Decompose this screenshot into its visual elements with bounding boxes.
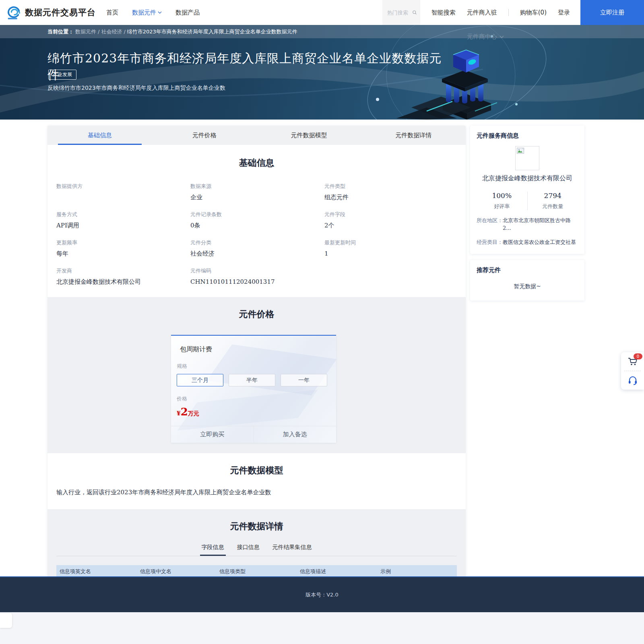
basic-info-heading: 基础信息 (47, 157, 466, 169)
category-tag: 产业发展 (48, 70, 76, 80)
nav-data-products[interactable]: 数据产品 (175, 9, 200, 17)
version-text: 版本号：V2.0 (305, 591, 339, 599)
price-value: ¥2万元 (177, 406, 330, 418)
main-content-card: 基础信息 元件价格 元件数据模型 元件数据详情 基础信息 数据提供方 数据来源 … (47, 126, 466, 620)
page: 数据元件交易平台 首页 数据元件 数据产品 智能搜索 元件商入驻 购物车(0) … (0, 0, 644, 644)
field-data-source: 数据来源 企业 (190, 183, 324, 201)
provider-heading: 元件服务商信息 (477, 132, 578, 140)
recommend-empty-text: 暂无数据~ (477, 283, 578, 290)
buy-now-button[interactable]: 立即购买 (171, 426, 254, 443)
basic-info-section: 基础信息 数据提供方 数据来源 企业 元件类型 组态元件 服务方式 API调用 (47, 145, 466, 297)
field-update-frequency: 更新频率 每年 (56, 239, 190, 258)
price-unit: 万元 (188, 410, 199, 417)
cart-count-badge: 0 (634, 353, 642, 359)
tab-data-detail[interactable]: 元件数据详情 (361, 126, 466, 145)
subtab-resultset-info[interactable]: 元件结果集信息 (272, 544, 312, 556)
price-section: 元件价格 包周期计费 规格 三个月 半年 一年 价格 ¥2万元 (47, 297, 466, 453)
search-box[interactable] (382, 0, 420, 25)
spec-option-halfyear[interactable]: 半年 (229, 374, 275, 386)
nav-data-elements[interactable]: 数据元件 (132, 9, 162, 17)
breadcrumb-link-category[interactable]: 社会经济 (101, 28, 122, 35)
tab-data-model[interactable]: 元件数据模型 (257, 126, 361, 145)
data-detail-heading: 元件数据详情 (47, 520, 466, 533)
data-model-section: 元件数据模型 输入行业，返回该行业2023年市商务和经济局年度入库限上商贸企业名… (47, 453, 466, 509)
spec-label: 规格 (177, 363, 330, 370)
floating-cart-button[interactable]: 0 (621, 352, 644, 371)
price-heading: 元件价格 (47, 308, 466, 320)
stat-element-count: 2794 元件数量 (527, 192, 578, 210)
right-sidebar: 元件服务商信息 北京捷报金峰数据技术有限公司 100% 好评率 2794 元件数… (470, 126, 584, 307)
price-label: 价格 (177, 395, 330, 402)
field-field-count: 元件字段 2个 (324, 211, 458, 229)
recommend-heading: 推荐元件 (477, 266, 578, 274)
chevron-down-icon (500, 35, 504, 38)
breadcrumb-link-elements[interactable]: 数据元件 (75, 28, 96, 35)
floating-toolbar: 0 (621, 352, 644, 390)
provider-logo-placeholder (515, 146, 539, 170)
chevron-down-icon (158, 11, 162, 14)
field-data-provider: 数据提供方 (56, 183, 190, 201)
subtab-api-info[interactable]: 接口信息 (237, 544, 260, 556)
tab-price[interactable]: 元件价格 (152, 126, 257, 145)
tab-basic-info[interactable]: 基础信息 (47, 126, 152, 145)
detail-tabbar: 基础信息 元件价格 元件数据模型 元件数据详情 (47, 126, 466, 145)
currency-symbol: ¥ (177, 410, 181, 417)
top-navbar: 数据元件交易平台 首页 数据元件 数据产品 智能搜索 元件商入驻 购物车(0) … (0, 0, 644, 25)
page-edge-widget (0, 613, 12, 628)
billing-title: 包周期计费 (180, 345, 330, 354)
hero-banner: 当前位置： 数据元件 / 社会经济 / 绵竹市2023年市商务和经济局年度入库限… (0, 25, 644, 120)
recommend-card: 推荐元件 暂无数据~ (470, 260, 584, 301)
search-icon[interactable] (412, 9, 417, 16)
field-last-update-time: 最新更新时间 1 (324, 239, 458, 258)
page-subtitle: 反映绵竹市市2023年市商务和经济局年度入库限上商贸企业名单企业数 (47, 85, 225, 92)
subtab-field-info[interactable]: 字段信息 (202, 544, 224, 556)
field-developer: 开发商 北京捷报金峰数据技术有限公司 (56, 267, 190, 286)
vendor-join-link[interactable]: 元件商入驻 (467, 9, 497, 17)
smart-search-link[interactable]: 智能搜索 (431, 9, 456, 17)
add-backup-button[interactable]: 加入备选 (254, 426, 336, 443)
stat-rating: 100% 好评率 (477, 192, 527, 210)
nav-divider (508, 9, 509, 16)
floating-support-button[interactable] (621, 371, 644, 390)
field-element-type: 元件类型 组态元件 (324, 183, 458, 201)
provider-company-name[interactable]: 北京捷报金峰数据技术有限公司 (477, 174, 578, 183)
data-model-heading: 元件数据模型 (47, 464, 466, 477)
field-record-count: 元件记录条数 0条 (190, 211, 324, 229)
breadcrumb: 当前位置： 数据元件 / 社会经济 / 绵竹市2023年市商务和经济局年度入库限… (0, 25, 644, 38)
footer: 版本号：V2.0 (0, 576, 644, 612)
brand-logo-icon (6, 5, 22, 20)
spec-option-oneyear[interactable]: 一年 (281, 374, 327, 386)
provider-card: 元件服务商信息 北京捷报金峰数据技术有限公司 100% 好评率 2794 元件数… (470, 126, 584, 254)
headset-icon (627, 376, 638, 385)
spec-option-3months[interactable]: 三个月 (177, 374, 223, 386)
field-element-category: 元件分类 社会经济 (190, 239, 324, 258)
register-button[interactable]: 立即注册 (580, 0, 644, 25)
detail-tabs-divider (56, 556, 457, 556)
field-service-mode: 服务方式 API调用 (56, 211, 190, 229)
broken-image-icon (517, 148, 526, 155)
brand-logo[interactable]: 数据元件交易平台 (6, 5, 96, 20)
brand-title: 数据元件交易平台 (25, 7, 96, 18)
field-element-code: 元件编码 CHN110101112024001317 (190, 267, 324, 286)
below-footer-area (0, 612, 644, 644)
provider-region: 所在地区： 北京市北京市朝阳区胜古中路2... (477, 217, 578, 232)
nav-home[interactable]: 首页 (106, 9, 118, 17)
data-model-description: 输入行业，返回该行业2023年市商务和经济局年度入库限上商贸企业名单企业数 (56, 489, 466, 496)
billing-card: 包周期计费 规格 三个月 半年 一年 价格 ¥2万元 立即购买 加入备选 (171, 335, 336, 443)
price-amount: 2 (181, 406, 188, 418)
breadcrumb-current: 绵竹市2023年市商务和经济局年度入库限上商贸企业名单企业数数据元件 (127, 28, 297, 35)
ghost-vendor-center-menu: 元件商中心 (467, 33, 504, 41)
breadcrumb-label: 当前位置： (47, 28, 74, 35)
page-title: 绵竹市2023年市商务和经济局年度入库限上商贸企业名单企业数数据元件 (47, 50, 450, 83)
login-link[interactable]: 登录 (558, 9, 570, 17)
cart-link[interactable]: 购物车(0) (520, 9, 547, 17)
provider-category: 经营类目： 教医信文居农公政金工资交社基 (477, 238, 578, 246)
search-input[interactable] (387, 10, 412, 16)
